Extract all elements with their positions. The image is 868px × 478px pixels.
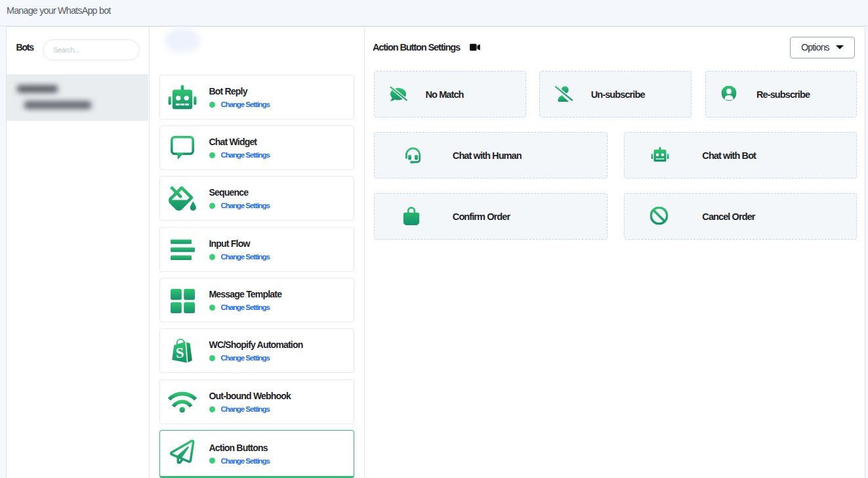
svg-text:S: S [175,344,184,361]
